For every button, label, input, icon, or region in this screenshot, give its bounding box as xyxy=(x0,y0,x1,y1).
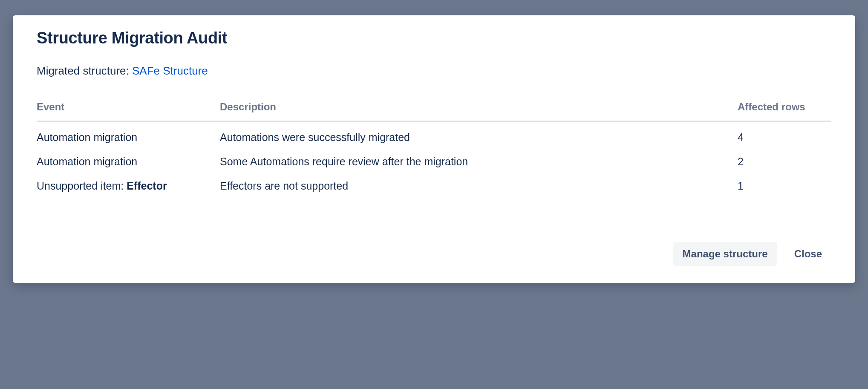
event-cell: Automation migration xyxy=(37,121,220,149)
close-button[interactable]: Close xyxy=(785,242,831,266)
table-row: Unsupported item: Effector Effectors are… xyxy=(37,173,831,197)
event-prefix: Automation migration xyxy=(37,131,137,143)
description-cell: Effectors are not supported xyxy=(220,173,738,197)
event-cell: Unsupported item: Effector xyxy=(37,173,220,197)
table-header-affected: Affected rows xyxy=(738,101,831,121)
modal-title: Structure Migration Audit xyxy=(37,29,831,47)
manage-structure-button[interactable]: Manage structure xyxy=(673,242,777,266)
migration-audit-modal: Structure Migration Audit Migrated struc… xyxy=(13,15,855,283)
event-prefix: Unsupported item: xyxy=(37,180,127,192)
table-header-event: Event xyxy=(37,101,220,121)
description-cell: Some Automations require review after th… xyxy=(220,149,738,173)
affected-cell: 4 xyxy=(738,121,831,149)
description-cell: Automations were successfully migrated xyxy=(220,121,738,149)
table-row: Automation migration Some Automations re… xyxy=(37,149,831,173)
table-row: Automation migration Automations were su… xyxy=(37,121,831,149)
audit-table: Event Description Affected rows Automati… xyxy=(37,101,831,197)
event-bold: Effector xyxy=(127,180,167,192)
affected-cell: 1 xyxy=(738,173,831,197)
event-cell: Automation migration xyxy=(37,149,220,173)
modal-footer: Manage structure Close xyxy=(37,242,831,266)
affected-cell: 2 xyxy=(738,149,831,173)
migrated-structure-subheading: Migrated structure: SAFe Structure xyxy=(37,64,831,78)
table-header-description: Description xyxy=(220,101,738,121)
migrated-structure-label: Migrated structure: xyxy=(37,64,132,77)
structure-link[interactable]: SAFe Structure xyxy=(132,64,208,77)
event-prefix: Automation migration xyxy=(37,156,137,167)
